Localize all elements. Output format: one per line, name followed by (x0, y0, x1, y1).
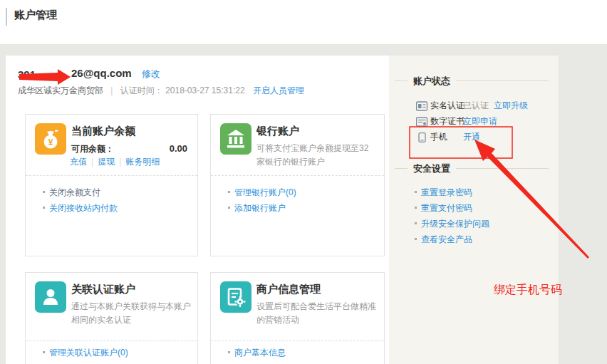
status-label: 实名认证 (430, 100, 463, 112)
status-row-phone: 手机 开通 (416, 131, 480, 143)
list-item: 重置登录密码 (415, 184, 489, 200)
card-link-list: 管理关联认证账户(0) (43, 345, 128, 360)
bullet-dot (228, 191, 230, 193)
activate-phone-link[interactable]: 开通 (463, 131, 480, 143)
reset-payment-password-link[interactable]: 重置支付密码 (421, 203, 472, 213)
list-item: 关闭接收站内付款 (43, 200, 118, 216)
card-link-list: 商户基本信息 (228, 345, 286, 360)
list-item: 管理关联认证账户(0) (43, 345, 128, 360)
manage-linked-accounts-link[interactable]: 管理关联认证账户(0) (49, 348, 128, 358)
title-accent-bar (6, 8, 7, 26)
list-item: 升级安全保护问题 (415, 216, 489, 232)
title-bar: 账户管理 (0, 0, 607, 44)
recharge-link[interactable]: 充值 (70, 157, 87, 167)
card-description: 通过与本账户关联获得与本账户相同的实名认证 (71, 300, 191, 327)
status-label: 手机 (430, 131, 463, 143)
dashed-divider (211, 340, 384, 341)
list-item: 关闭余额支付 (43, 184, 118, 200)
bullet-dot (43, 207, 45, 209)
view-security-products-link[interactable]: 查看安全产品 (421, 234, 472, 244)
bullet-dot (415, 191, 417, 193)
upgrade-now-link[interactable]: 立即升级 (494, 100, 528, 112)
reset-login-password-link[interactable]: 重置登录密码 (421, 187, 472, 197)
bullet-dot (415, 207, 417, 209)
list-item: 添加银行账户 (228, 200, 296, 216)
account-email-masked: 391 (18, 68, 71, 80)
account-info-row: 成华区诚实万金商贸部 | 认证时间： 2018-03-27 15:31:22 开… (18, 85, 304, 97)
bullet-dot (43, 191, 45, 193)
close-onsite-payment-link[interactable]: 关闭接收站内付款 (49, 203, 118, 213)
card-merchant-info: 商户信息管理 设置后可配合爱生活平台做精准的营销活动 商户基本信息 (210, 272, 385, 364)
balance-row: 可用余额： 0.00 (71, 143, 187, 155)
card-description: 可将支付宝账户余额提现至32家银行的银行账户 (256, 142, 376, 169)
dashed-divider (26, 175, 197, 176)
bullet-dot (228, 351, 230, 353)
list-item: 重置支付密码 (415, 200, 489, 216)
money-bag-icon: ¥ (35, 123, 66, 155)
account-detail-link[interactable]: 账务明细 (125, 157, 160, 167)
cert-time-label: 认证时间： (120, 85, 163, 95)
list-item: 查看安全产品 (415, 232, 489, 247)
bullet-dot (228, 207, 230, 209)
manage-bank-accounts-link[interactable]: 管理银行账户(0) (234, 187, 296, 197)
close-balance-pay-link[interactable]: 关闭余额支付 (49, 187, 100, 197)
card-account-balance: ¥ 当前账户余额 可用余额： 0.00 充值|提现|账务明细 关闭余额支付 关闭… (25, 114, 198, 256)
dashed-divider (26, 340, 197, 341)
card-title: 当前账户余额 (71, 125, 135, 138)
card-title: 银行账户 (256, 125, 299, 138)
document-gear-icon (220, 281, 251, 313)
account-status-title: 账户状态 (408, 75, 456, 88)
bullet-dot (415, 238, 417, 240)
modify-email-link[interactable]: 修改 (142, 68, 160, 79)
divider: | (91, 157, 93, 167)
card-description: 设置后可配合爱生活平台做精准的营销活动 (256, 300, 376, 327)
account-management-page: 账户管理 39126@qq.com 修改 成华区诚实万金商贸部 | 认证时间： … (0, 0, 607, 364)
card-link-list: 管理银行账户(0) 添加银行账户 (228, 184, 296, 216)
bullet-dot (43, 351, 45, 353)
balance-label: 可用余额： (71, 143, 114, 155)
id-card-icon (416, 101, 428, 111)
divider: | (110, 85, 113, 95)
withdraw-link[interactable]: 提现 (98, 157, 115, 167)
list-item: 商户基本信息 (228, 345, 286, 360)
account-email-row: 39126@qq.com 修改 (18, 67, 160, 80)
status-row-certificate: 数字证书 立即申请 (416, 115, 497, 128)
add-bank-account-link[interactable]: 添加银行账户 (234, 203, 286, 213)
dashed-divider (211, 175, 384, 176)
balance-value: 0.00 (170, 143, 187, 154)
upgrade-security-question-link[interactable]: 升级安全保护问题 (421, 219, 489, 229)
apply-now-link[interactable]: 立即申请 (463, 115, 497, 128)
status-value: 已认证 (463, 100, 489, 112)
section-rule: 安全设置 (395, 168, 549, 169)
page-title: 账户管理 (14, 9, 57, 22)
certificate-icon (416, 117, 428, 127)
card-title: 关联认证账户 (71, 283, 135, 296)
card-linked-accounts: 关联认证账户 通过与本账户关联获得与本账户相同的实名认证 管理关联认证账户(0) (25, 272, 198, 364)
main-panel: 39126@qq.com 修改 成华区诚实万金商贸部 | 认证时间： 2018-… (6, 56, 389, 364)
card-title: 商户信息管理 (256, 283, 321, 296)
section-rule: 账户状态 (395, 80, 549, 81)
sidebar: 账户状态 实名认证 已认证 立即升级 (389, 56, 559, 364)
card-link-list: 关闭余额支付 关闭接收站内付款 (43, 184, 118, 216)
cert-time-value: 2018-03-27 15:31:22 (165, 85, 244, 95)
person-icon (35, 281, 66, 313)
status-label: 数字证书 (430, 115, 463, 128)
content-area: 39126@qq.com 修改 成华区诚实万金商贸部 | 认证时间： 2018-… (0, 44, 607, 364)
divider: | (119, 157, 121, 167)
bank-icon (220, 123, 251, 155)
security-settings-title: 安全设置 (408, 162, 456, 175)
phone-icon (416, 132, 428, 142)
bullet-dot (415, 222, 417, 224)
balance-actions: 充值|提现|账务明细 (70, 156, 160, 168)
status-row-realname: 实名认证 已认证 立即升级 (416, 100, 528, 112)
card-bank-account: 银行账户 可将支付宝账户余额提现至32家银行的银行账户 管理银行账户(0) 添加… (210, 114, 385, 256)
staff-management-link[interactable]: 开启人员管理 (253, 85, 304, 95)
security-link-list: 重置登录密码 重置支付密码 升级安全保护问题 查看安全产品 (415, 184, 489, 247)
account-email: 26@qq.com (71, 67, 132, 79)
svg-text:¥: ¥ (48, 137, 53, 147)
list-item: 管理银行账户(0) (228, 184, 296, 200)
merchant-basic-info-link[interactable]: 商户基本信息 (234, 348, 286, 358)
company-name: 成华区诚实万金商贸部 (18, 85, 103, 95)
